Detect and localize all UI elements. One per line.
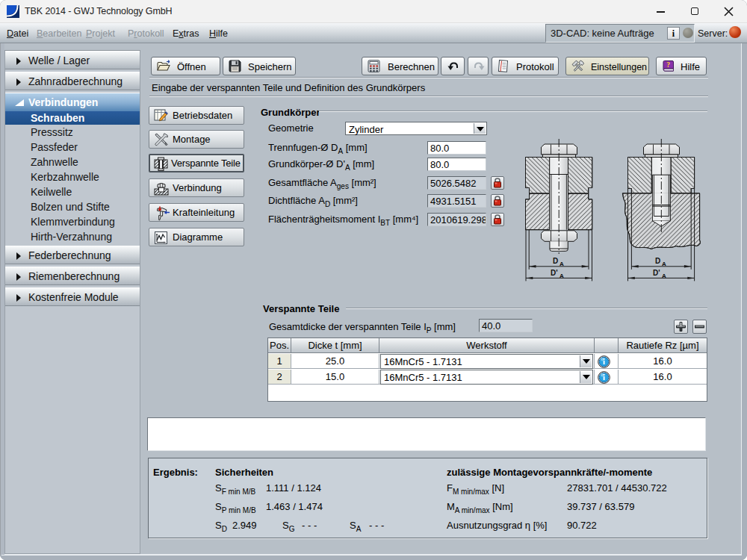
svg-text:A: A: [662, 273, 666, 279]
svg-text:A: A: [560, 273, 564, 279]
svg-text:D': D': [551, 269, 558, 277]
svg-text:A: A: [560, 261, 564, 267]
svg-text:A: A: [662, 261, 666, 267]
svg-text:D: D: [655, 257, 660, 265]
svg-text:D': D': [653, 269, 660, 277]
svg-text:D: D: [553, 257, 558, 265]
svg-text:?: ?: [666, 61, 670, 69]
